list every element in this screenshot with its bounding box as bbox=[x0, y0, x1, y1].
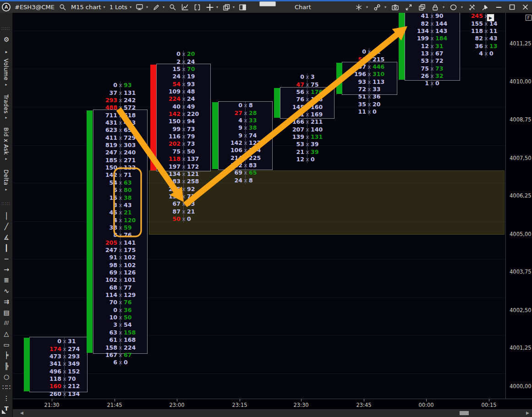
triangle-tool[interactable]: △ bbox=[0, 330, 13, 337]
bid-value: 41 bbox=[408, 13, 429, 19]
parallel-lines-tool[interactable]: /// bbox=[0, 320, 13, 326]
ask-value: 20 bbox=[187, 51, 208, 57]
bid-ask-separator: x bbox=[117, 187, 124, 193]
monitor-icon[interactable] bbox=[136, 3, 144, 11]
app-logo-icon[interactable]: A bbox=[2, 3, 11, 11]
vertical-line-tool[interactable]: │ bbox=[0, 213, 13, 219]
symbol-selector[interactable]: #ESH3@CME bbox=[15, 4, 55, 11]
footprint-cell: 214x225 bbox=[221, 154, 270, 162]
camera-icon[interactable] bbox=[391, 3, 400, 11]
time-tick bbox=[177, 399, 177, 401]
sidebar-corner-handle[interactable] bbox=[2, 410, 6, 414]
lots-selector[interactable]: 1 Lots bbox=[110, 4, 127, 11]
footprint-cell: 12x31 bbox=[408, 42, 457, 50]
settings-gear-icon[interactable]: ⚙ bbox=[0, 36, 13, 43]
scroll-right-icon[interactable]: ▶ bbox=[526, 411, 529, 415]
sidebar-expand-icon[interactable]: ▸ bbox=[0, 49, 13, 55]
bid-value: 158 bbox=[96, 345, 117, 351]
layers-icon[interactable] bbox=[222, 3, 230, 11]
add-icon[interactable] bbox=[206, 3, 214, 11]
chevron-down-icon[interactable]: ▾ bbox=[216, 5, 218, 9]
sidebar-panel-bid-x-ask[interactable]: Bid x Ask▸ bbox=[3, 127, 9, 161]
ruler-tool[interactable]: ▤ bbox=[0, 309, 13, 316]
bid-ask-separator: x bbox=[117, 277, 124, 283]
object-brackets-icon[interactable] bbox=[193, 3, 202, 11]
bid-value: 0 bbox=[159, 51, 181, 57]
bid-ask-separator: x bbox=[61, 361, 68, 367]
search-icon[interactable] bbox=[59, 3, 67, 11]
pin-icon[interactable] bbox=[481, 3, 489, 11]
line-chart-icon[interactable] bbox=[181, 3, 189, 11]
bid-value: 15 bbox=[96, 195, 117, 201]
ellipse-shape-icon[interactable] bbox=[450, 3, 458, 11]
minimize-button[interactable] bbox=[494, 3, 503, 11]
arrows-mark-tool[interactable]: ⇉ bbox=[0, 298, 13, 305]
flag-indicator[interactable]: F bbox=[526, 15, 532, 21]
sidebar-panel-trades[interactable]: Trades▸ bbox=[3, 94, 9, 120]
fullscreen-icon[interactable] bbox=[405, 3, 413, 11]
bid-value: 24 bbox=[221, 178, 242, 184]
maximize-button[interactable] bbox=[508, 3, 516, 11]
bid-value: 53 bbox=[408, 58, 429, 64]
panel-layout-icon[interactable] bbox=[239, 3, 247, 11]
footprint-cell: 98x102 bbox=[96, 261, 145, 269]
chevron-down-icon[interactable]: ▾ bbox=[384, 5, 386, 9]
chevron-down-icon[interactable]: ▾ bbox=[130, 5, 132, 9]
scroll-left-icon[interactable]: ◀ bbox=[20, 411, 23, 415]
sidebar-grip-handle[interactable]: ·········· bbox=[1, 202, 10, 206]
chevron-down-icon[interactable]: ▾ bbox=[146, 5, 148, 9]
link-icon[interactable] bbox=[373, 3, 381, 11]
copy-icon[interactable] bbox=[418, 3, 426, 11]
dots-grid-handle[interactable]: ∷∷ bbox=[0, 384, 13, 390]
rectangle-tool[interactable]: ▭ bbox=[0, 341, 13, 348]
ask-value: 131 bbox=[311, 134, 332, 140]
lock-icon[interactable] bbox=[431, 3, 439, 11]
bid-ask-separator: x bbox=[117, 330, 124, 336]
tools-icon[interactable] bbox=[468, 3, 476, 11]
curve-tool[interactable]: ∿ bbox=[0, 288, 13, 294]
pencil-icon[interactable] bbox=[152, 3, 160, 11]
dots-vertical-handle[interactable]: ⋮ bbox=[0, 395, 13, 401]
diagonal-line-tool[interactable]: ╱ bbox=[0, 223, 13, 230]
range-profile-tool[interactable]: ╠ bbox=[0, 363, 13, 369]
chevron-down-icon[interactable]: ▾ bbox=[443, 5, 444, 9]
ask-value: 50 bbox=[124, 315, 145, 321]
bid-value: 134 bbox=[408, 28, 429, 34]
price-axis[interactable]: F 4011,254010,004008,754007,504006,25400… bbox=[505, 13, 532, 399]
ray-tool[interactable]: ┃ bbox=[0, 245, 13, 251]
volume-profile-tool[interactable]: ╞ bbox=[0, 352, 13, 358]
chevron-down-icon[interactable]: ▾ bbox=[366, 5, 368, 9]
close-button[interactable] bbox=[521, 3, 529, 11]
timeframe-selector[interactable]: M15 chart bbox=[71, 4, 101, 11]
volume-bar-green bbox=[87, 110, 93, 353]
arrow-tool[interactable]: → bbox=[0, 266, 13, 273]
ellipse-tool[interactable]: ○ bbox=[0, 373, 13, 380]
zoom-icon[interactable] bbox=[169, 3, 177, 11]
ask-value: 303 bbox=[124, 143, 145, 148]
bid-value: 56 bbox=[283, 89, 304, 95]
bid-value: 54 bbox=[96, 180, 117, 186]
ask-value: 160 bbox=[311, 104, 332, 110]
footprint-cell: 53x72 bbox=[408, 57, 457, 65]
footprint-cell: 142x83 bbox=[221, 162, 270, 170]
chevron-down-icon[interactable]: ▾ bbox=[163, 5, 165, 9]
sidebar-panel-volume[interactable]: Volume▸ bbox=[3, 59, 9, 87]
scrollbar-thumb[interactable] bbox=[460, 411, 469, 415]
sidebar-grip-handle[interactable]: ·········· bbox=[1, 27, 10, 31]
footprint-cell: 496x152 bbox=[40, 368, 85, 375]
time-axis[interactable]: 21:3021:4523:0023:1523:3023:4500:0000:15 bbox=[13, 399, 532, 409]
window-drag-pill[interactable] bbox=[259, 1, 276, 6]
crosshair-icon[interactable] bbox=[355, 3, 363, 11]
chevron-down-icon[interactable]: ▾ bbox=[461, 5, 463, 9]
bid-ask-separator: x bbox=[117, 337, 124, 343]
footprint-cell: 260x134 bbox=[40, 390, 85, 398]
chevron-down-icon[interactable]: ▾ bbox=[233, 5, 235, 9]
bid-value: 82 bbox=[408, 21, 429, 27]
bid-value: 38 bbox=[96, 225, 117, 231]
horizontal-scrollbar[interactable]: ◀ ▶ bbox=[13, 409, 532, 417]
angle-tool[interactable]: ∡ bbox=[0, 234, 13, 241]
chevron-down-icon[interactable]: ▾ bbox=[104, 5, 105, 9]
sidebar-panel-delta[interactable]: Delta▸ bbox=[3, 170, 9, 192]
horizontal-line-tool[interactable]: ─ bbox=[0, 256, 13, 262]
levels-tool[interactable]: ≣ bbox=[0, 277, 13, 283]
